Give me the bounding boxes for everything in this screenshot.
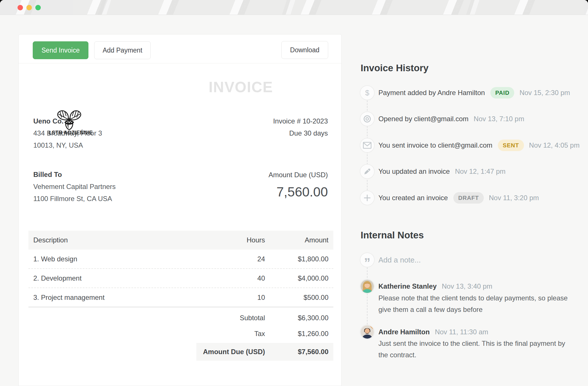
table-header-row: Description Hours Amount [28, 231, 333, 250]
history-time: Nov 15, 2:30 pm [519, 89, 570, 97]
billed-to-block: Billed To Vehement Capital Partners 1100… [33, 169, 116, 205]
history-item: You created an invoice DRAFT Nov 11, 3:2… [360, 190, 578, 205]
pencil-icon [360, 164, 375, 179]
sender-address: Ueno Co. 434 Broadway, Floor 3 10013, NY… [33, 115, 102, 151]
history-text: You created an invoice [378, 194, 448, 202]
tax-row: Tax $1,260.00 [28, 326, 333, 341]
sender-name: Ueno Co. [33, 115, 102, 127]
row-hours: 10 [231, 294, 265, 302]
table-row: 2. Development 40 $4,000.00 [28, 269, 333, 288]
note-author: Andre Hamilton [378, 328, 430, 336]
row-amount: $500.00 [265, 294, 328, 302]
amount-due-value: 7,560.00 [276, 184, 328, 200]
invoice-number: Invoice # 10-2023 [273, 115, 328, 127]
invoice-history-title: Invoice History [361, 63, 429, 74]
note-body: Please note that the client tends to del… [378, 292, 571, 315]
row-description: 2. Development [33, 274, 231, 282]
subtotal-row: Subtotal $6,300.00 [28, 310, 333, 326]
add-payment-button[interactable]: Add Payment [94, 41, 151, 59]
dollar-icon: $ [360, 85, 375, 100]
invoice-meta: Invoice # 10-2023 Due 30 days [273, 115, 328, 139]
amount-due-label: Amount Due (USD) [268, 171, 328, 179]
avatar-katherine-stanley [360, 279, 375, 294]
sender-address-line1: 434 Broadway, Floor 3 [33, 127, 102, 139]
row-hours: 24 [231, 255, 265, 263]
total-due-value: $7,560.00 [265, 348, 328, 356]
history-time: Nov 12, 1:47 pm [455, 167, 506, 175]
add-note-row[interactable]: ” Add a note... [360, 252, 578, 267]
quote-icon: ” [360, 252, 375, 267]
history-text: Payment added by Andre Hamilton [378, 89, 485, 97]
opened-icon [360, 111, 375, 126]
invoice-due-terms: Due 30 days [273, 127, 328, 139]
note-item: Katherine Stanley Nov 13, 3:40 pm [360, 279, 578, 294]
note-body: Just sent the invoice to the client. Thi… [378, 338, 571, 361]
tax-value: $1,260.00 [265, 330, 328, 338]
col-header-hours: Hours [231, 236, 265, 244]
plus-icon [360, 190, 375, 205]
col-header-description: Description [33, 236, 231, 244]
notes-timeline-line [367, 267, 368, 330]
history-time: Nov 12, 4:05 pm [529, 141, 580, 149]
row-amount: $1,800.00 [265, 255, 328, 263]
avatar-andre-hamilton [360, 325, 375, 339]
internal-notes-title: Internal Notes [361, 230, 424, 241]
subtotal-label: Subtotal [33, 314, 265, 322]
envelope-icon [360, 138, 375, 153]
zoom-button[interactable] [35, 5, 41, 10]
status-badge-draft: DRAFT [453, 192, 484, 204]
row-description: 1. Web design [33, 255, 231, 263]
row-hours: 40 [231, 274, 265, 282]
table-row: 3. Project management 10 $500.00 [28, 288, 333, 307]
note-item: Andre Hamilton Nov 11, 11:30 am [360, 325, 578, 339]
table-row: 1. Web design 24 $1,800.00 [28, 250, 333, 269]
note-time: Nov 13, 3:40 pm [442, 282, 492, 290]
send-invoice-button[interactable]: Send Invoice [33, 41, 88, 59]
subtotal-value: $6,300.00 [265, 314, 328, 322]
history-text: Opened by client@gmail.com [378, 115, 469, 123]
invoice-card: Send Invoice Add Payment Download [18, 34, 342, 386]
history-item: $ Payment added by Andre Hamilton PAID N… [360, 85, 578, 100]
history-item: Opened by client@gmail.com Nov 13, 7:10 … [360, 111, 578, 126]
history-item: You updated an invoice Nov 12, 1:47 pm [360, 164, 578, 179]
invoice-watermark: INVOICE [209, 78, 273, 96]
note-author: Katherine Stanley [378, 282, 437, 290]
billed-to-address: 1100 Fillmore St, CA USA [33, 193, 116, 205]
title-bar [0, 0, 588, 15]
add-note-input[interactable]: Add a note... [378, 256, 421, 265]
history-text: You sent invoice to client@gmail.com [378, 141, 492, 149]
sender-address-line2: 10013, NY, USA [33, 139, 102, 151]
row-description: 3. Project management [33, 294, 231, 302]
history-item: You sent invoice to client@gmail.com SEN… [360, 138, 578, 153]
status-badge-sent: SENT [498, 140, 524, 151]
line-items-table: Description Hours Amount 1. Web design 2… [28, 231, 333, 341]
total-due-label: Amount Due (USD) [201, 348, 265, 356]
col-header-amount: Amount [265, 236, 328, 244]
download-button[interactable]: Download [281, 41, 328, 59]
history-time: Nov 11, 3:20 pm [489, 194, 539, 202]
row-amount: $4,000.00 [265, 274, 328, 282]
status-badge-paid: PAID [490, 87, 514, 99]
note-time: Nov 11, 11:30 am [435, 328, 488, 336]
history-time: Nov 13, 7:10 pm [474, 115, 524, 123]
app-window: Send Invoice Add Payment Download [0, 0, 588, 386]
invoice-toolbar: Send Invoice Add Payment Download [19, 34, 341, 63]
billed-to-name: Vehement Capital Partners [33, 181, 116, 193]
minimize-button[interactable] [26, 5, 32, 10]
history-text: You updated an invoice [378, 167, 450, 175]
total-due-row: Amount Due (USD) $7,560.00 [196, 343, 333, 361]
close-button[interactable] [18, 5, 23, 10]
tax-label: Tax [33, 330, 265, 338]
billed-to-label: Billed To [33, 169, 116, 181]
